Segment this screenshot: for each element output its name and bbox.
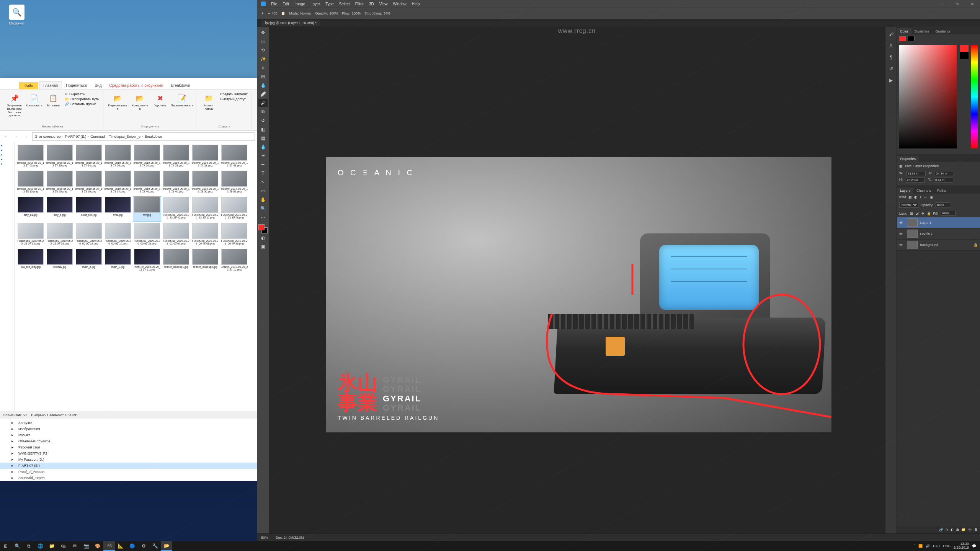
tb-app3[interactable]: 📐: [115, 541, 126, 551]
tb-edge[interactable]: 🌐: [34, 541, 46, 551]
tab-file[interactable]: Файл: [19, 82, 38, 89]
desktop-icon-megasync[interactable]: 🔍 Megasync: [5, 5, 28, 25]
tab-gradients[interactable]: Gradients: [933, 28, 954, 34]
canvas-area[interactable]: www.rrcg.cn O C Ξ A N I C: [269, 27, 885, 533]
frame-tool[interactable]: ⊞: [258, 72, 268, 81]
quickmask-toggle[interactable]: ◐: [258, 234, 268, 242]
copy-button[interactable]: 📄Копировать: [25, 92, 43, 109]
file-thumb[interactable]: chrome_2019-05-29_13-18-15.png: [17, 171, 44, 195]
copy-to-button[interactable]: 📂Копировать в: [130, 92, 150, 112]
history-brush-tool[interactable]: ↺: [258, 116, 268, 125]
cut-button[interactable]: ✂Вырезать: [63, 92, 100, 96]
tray-chevron-icon[interactable]: ˄: [913, 544, 915, 548]
visibility-icon[interactable]: 👁: [899, 232, 905, 236]
file-thumb[interactable]: fpv.jpg: [133, 197, 161, 221]
tab-layers[interactable]: Layers: [897, 187, 913, 194]
brush-tool[interactable]: 🖌: [258, 99, 268, 107]
file-thumb[interactable]: main_a.jpg: [75, 249, 103, 273]
tree-node[interactable]: ▸Музыка: [0, 432, 257, 438]
new-layer-icon[interactable]: ➕: [968, 528, 972, 531]
lock-all-icon[interactable]: 🔒: [927, 212, 931, 215]
new-group-icon[interactable]: 📁: [961, 528, 965, 531]
paste-shortcut-button[interactable]: 🔗Вставить ярлык: [63, 102, 100, 106]
brush-panel-icon[interactable]: 📋: [281, 11, 285, 15]
pin-button[interactable]: 📌Закрепить на панели быстрого доступа: [5, 92, 24, 119]
clock[interactable]: 13:30 5/29/2019: [954, 542, 969, 550]
file-thumb[interactable]: chrome_2019-05-29_13-17-38.png: [191, 145, 219, 169]
file-grid[interactable]: chrome_2019-05-29_13-17-03.pngchrome_201…: [15, 142, 257, 411]
file-thumb[interactable]: chrome_2019-05-29_13-17-43.png: [220, 145, 248, 169]
search-button[interactable]: 🔍: [11, 541, 23, 551]
new-item-button[interactable]: Создать элемент: [219, 92, 249, 96]
tree-node[interactable]: ▸My Passport (D:): [0, 456, 257, 463]
tab-channels[interactable]: Channels: [913, 187, 934, 194]
color-field[interactable]: [899, 45, 957, 148]
menu-image[interactable]: Image: [294, 2, 305, 6]
layer-row[interactable]: 👁Levels 1: [897, 228, 980, 240]
filter-pixel-icon[interactable]: ▦: [908, 195, 912, 199]
up-button[interactable]: ↑: [22, 133, 30, 140]
tab-share[interactable]: Поделиться: [62, 82, 91, 89]
tb-explorer-open[interactable]: 📂: [161, 541, 172, 551]
edit-toolbar[interactable]: ⋯: [258, 213, 268, 222]
blur-tool[interactable]: 💧: [258, 143, 268, 151]
crumb-drive[interactable]: F-ART-07 (E:): [65, 135, 86, 139]
rail-brushes-icon[interactable]: 🖌: [887, 31, 895, 38]
wand-tool[interactable]: ✨: [258, 55, 268, 63]
color-swatches[interactable]: [258, 224, 268, 233]
rectangle-tool[interactable]: ▭: [258, 187, 268, 195]
file-thumb[interactable]: color_red.jpg: [75, 197, 103, 221]
file-thumb[interactable]: chrome_2019-05-29_13-17-03.png: [17, 145, 44, 169]
rail-para-icon[interactable]: ¶: [887, 54, 895, 61]
menu-3d[interactable]: 3D: [369, 2, 374, 6]
file-thumb[interactable]: clay_a1.jpg: [17, 197, 44, 221]
file-thumb[interactable]: ShareX_2019-05-25_23-37-10.png: [220, 249, 248, 273]
tree-node[interactable]: ▸Рабочий стол: [0, 444, 257, 450]
filter-adjust-icon[interactable]: ◐: [914, 195, 917, 199]
copy-path-button[interactable]: 📁Скопировать путь: [63, 97, 100, 101]
color-picker[interactable]: [897, 43, 980, 154]
tb-app6[interactable]: 🔧: [149, 541, 161, 551]
file-thumb[interactable]: render_closeup1.jpg: [162, 249, 190, 273]
flow-input[interactable]: 100%: [352, 11, 361, 15]
tab-picture-tools[interactable]: Средства работы с рисунками: [106, 82, 167, 89]
file-thumb[interactable]: clay_b.jpg: [46, 197, 74, 221]
tab-properties[interactable]: Properties: [897, 156, 919, 162]
file-thumb[interactable]: Fusion360_2019-05-29_00-48-09.png: [191, 223, 219, 247]
tree-node[interactable]: ▸Proof_of_Repton: [0, 469, 257, 475]
delete-layer-icon[interactable]: 🗑: [974, 528, 978, 531]
layer-row[interactable]: 👁Background🔒: [897, 240, 980, 251]
tab-color[interactable]: Color: [897, 28, 911, 34]
file-thumb[interactable]: chrome_2019-05-29_13-18-40.png: [133, 171, 161, 195]
tree-node[interactable]: ▸Изображения: [0, 426, 257, 432]
tree-node[interactable]: ▸Объемные объекты: [0, 438, 257, 444]
menu-edit[interactable]: Edit: [283, 2, 289, 6]
file-thumb[interactable]: main_2.jpg: [104, 249, 132, 273]
zoom-tool[interactable]: 🔍: [258, 204, 268, 213]
prop-y-input[interactable]: [934, 178, 953, 183]
layer-list[interactable]: 👁Layer 1👁Levels 1👁Background🔒: [897, 217, 980, 526]
pen-tool[interactable]: ✒: [258, 160, 268, 169]
taskview-button[interactable]: ⧉: [23, 541, 34, 551]
tray-lang2[interactable]: ENG: [943, 544, 951, 548]
crop-tool[interactable]: ⌗: [258, 64, 268, 72]
tree-node[interactable]: ▸Загрузки: [0, 420, 257, 426]
panel-fg-swatch[interactable]: [899, 36, 906, 41]
foreground-color[interactable]: [258, 224, 265, 230]
file-thumb[interactable]: chrome_2019-05-29_13-17-20.png: [104, 145, 132, 169]
zoom-level[interactable]: 50%: [261, 536, 268, 540]
tb-mail[interactable]: ✉: [69, 541, 80, 551]
file-thumb[interactable]: chrome_2019-05-29_13-18-26.png: [75, 171, 103, 195]
filter-type-icon[interactable]: T: [920, 195, 922, 199]
smoothing-input[interactable]: 34%: [384, 11, 390, 15]
new-folder-button[interactable]: 📁Новая папка: [199, 92, 218, 112]
layer-blend-select[interactable]: Normal: [899, 202, 918, 208]
dodge-tool[interactable]: ☀: [258, 152, 268, 160]
rail-actions-icon[interactable]: ▶: [887, 77, 895, 84]
tray-volume-icon[interactable]: 🔊: [926, 544, 930, 548]
file-thumb[interactable]: Fusion360_2019-05-25_23-30-48.png: [220, 197, 248, 221]
tree-node[interactable]: ▸WVGIGERTV3_F2: [0, 450, 257, 456]
tray-network-icon[interactable]: 📶: [918, 544, 923, 548]
layer-fx-icon[interactable]: fx: [946, 528, 948, 531]
lock-pos-icon[interactable]: ✥: [921, 212, 924, 215]
